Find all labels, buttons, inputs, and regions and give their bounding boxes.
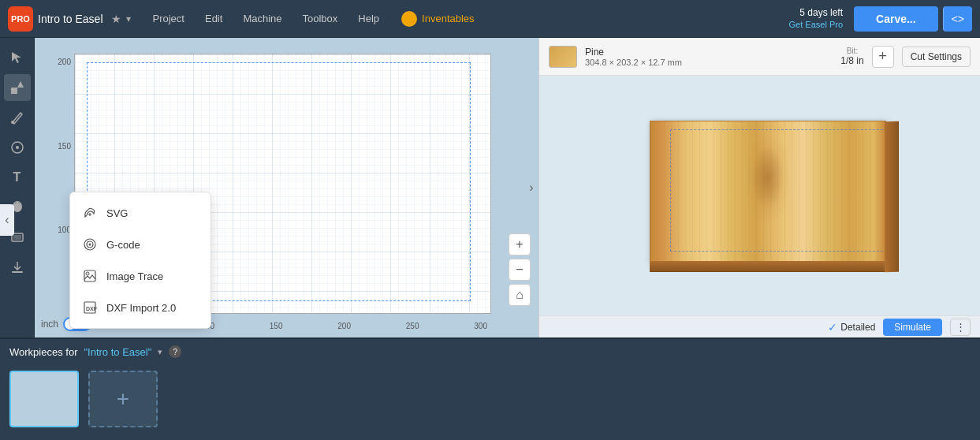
material-info: Pine 304.8 × 203.2 × 12.7 mm	[585, 47, 833, 67]
right-collapse-button[interactable]: ›	[524, 172, 538, 203]
svg-label: SVG	[106, 207, 128, 219]
board-selection-outline	[670, 129, 895, 252]
workpieces-chevron-icon[interactable]: ▾	[158, 347, 162, 357]
x-label-150: 150	[270, 322, 283, 330]
star-icon[interactable]: ★	[111, 13, 121, 25]
workpieces-prefix: Workpieces for	[9, 346, 77, 358]
days-left-info: 5 days left Get Easel Pro	[789, 7, 843, 31]
board-top-face	[650, 121, 886, 263]
image-trace-icon	[81, 267, 99, 285]
image-trace-label: Image Trace	[106, 270, 163, 282]
board-right-face	[885, 121, 899, 272]
left-collapse-icon: ‹	[5, 213, 9, 227]
topbar: PRO Intro to Easel ★ ▾ Project Edit Mach…	[0, 0, 980, 38]
add-bit-button[interactable]: +	[872, 46, 894, 68]
nav-project[interactable]: Project	[143, 8, 194, 29]
workpieces-project-name[interactable]: "Intro to Easel"	[84, 346, 151, 358]
dxf-label: DXF Import 2.0	[106, 302, 176, 314]
board-3d	[634, 121, 886, 286]
zoom-out-button[interactable]: −	[509, 259, 531, 281]
svg-point-6	[16, 146, 19, 149]
inventables-icon	[401, 11, 417, 27]
right-collapse-icon: ›	[529, 181, 533, 195]
svg-rect-8	[17, 201, 18, 203]
material-bar: Pine 304.8 × 203.2 × 12.7 mm Bit: 1/8 in…	[539, 38, 980, 76]
tool-node[interactable]	[4, 134, 31, 161]
import-gcode-item[interactable]: G-code	[70, 229, 211, 260]
svg-icon	[81, 204, 99, 222]
svg-rect-11	[12, 271, 23, 273]
nav-toolbox[interactable]: Toolbox	[293, 8, 348, 29]
workpieces-help-icon[interactable]: ?	[169, 345, 181, 358]
canvas-area: 200 150 100 0 50 100 150 200 250 300 + −…	[35, 38, 538, 337]
board-front-face	[650, 261, 886, 272]
carve-button[interactable]: Carve...	[854, 6, 938, 32]
title-chevron-icon[interactable]: ▾	[126, 13, 131, 24]
y-axis-labels: 200 150 100	[35, 54, 74, 314]
bit-value: 1/8 in	[840, 55, 863, 66]
workpieces-header: Workpieces for "Intro to Easel" ▾ ?	[0, 339, 980, 364]
right-panel: Pine 304.8 × 203.2 × 12.7 mm Bit: 1/8 in…	[538, 38, 980, 337]
gcode-icon	[81, 236, 99, 253]
cut-settings-button[interactable]: Cut Settings	[902, 47, 971, 67]
import-svg-item[interactable]: SVG	[70, 197, 211, 229]
app-title: Intro to Easel	[38, 13, 103, 25]
svg-point-4	[11, 121, 14, 124]
x-label-200: 200	[337, 322, 351, 330]
bottom-bar: ✓ Detailed Simulate ⋮	[539, 315, 980, 337]
bit-label: Bit:	[847, 47, 858, 55]
y-label-150: 150	[58, 142, 74, 151]
svg-rect-15	[84, 270, 95, 282]
tool-select[interactable]	[4, 44, 31, 71]
main-nav: Project Edit Machine Toolbox Help	[143, 8, 389, 29]
days-left-text: 5 days left	[789, 7, 843, 20]
svg-point-14	[89, 244, 91, 246]
workpieces-thumbnails: +	[0, 364, 980, 434]
add-plus-icon: +	[109, 385, 137, 413]
x-label-250: 250	[406, 322, 419, 330]
detailed-check[interactable]: ✓ Detailed	[828, 321, 875, 334]
left-collapse-button[interactable]: ‹	[0, 204, 14, 236]
import-dxf-item[interactable]: DXF DXF Import 2.0	[70, 292, 211, 323]
dxf-icon: DXF	[81, 299, 99, 316]
zoom-controls: + − ⌂	[509, 233, 531, 306]
app-logo: PRO	[8, 6, 33, 32]
main-area: T 200 150 100 0 50 100 1	[0, 38, 980, 337]
nav-machine[interactable]: Machine	[233, 8, 291, 29]
svg-rect-10	[13, 235, 21, 240]
workpiece-thumb-1[interactable]	[9, 371, 79, 427]
more-options-button[interactable]: ⋮	[950, 319, 971, 336]
nav-edit[interactable]: Edit	[196, 8, 232, 29]
y-label-200: 200	[58, 58, 74, 66]
board-grain	[650, 121, 885, 262]
zoom-home-button[interactable]: ⌂	[509, 284, 531, 306]
import-image-trace-item[interactable]: Image Trace	[70, 260, 211, 292]
x-label-300: 300	[474, 322, 487, 330]
tool-text[interactable]: T	[4, 164, 31, 191]
tool-import[interactable]	[4, 254, 31, 281]
material-swatch[interactable]	[549, 46, 577, 68]
zoom-in-button[interactable]: +	[509, 233, 531, 255]
unit-inch-label: inch	[41, 319, 58, 330]
svg-text:DXF: DXF	[86, 306, 97, 311]
svg-rect-2	[11, 88, 17, 94]
material-name: Pine	[585, 47, 833, 58]
svg-marker-0	[404, 14, 414, 21]
embed-button[interactable]: <>	[943, 6, 972, 32]
workpieces-section: Workpieces for "Intro to Easel" ▾ ? +	[0, 337, 980, 440]
inventables-label: Inventables	[422, 13, 475, 24]
simulate-button[interactable]: Simulate	[883, 319, 942, 336]
inventables-button[interactable]: Inventables	[393, 6, 483, 32]
left-toolbar: T	[0, 38, 35, 337]
3d-preview[interactable]	[539, 76, 980, 315]
bit-info: Bit: 1/8 in	[840, 47, 863, 66]
workpiece-add-button[interactable]: +	[88, 371, 158, 427]
nav-help[interactable]: Help	[348, 8, 389, 29]
tool-pen[interactable]	[4, 104, 31, 131]
get-pro-link[interactable]: Get Easel Pro	[789, 19, 843, 30]
svg-point-16	[86, 272, 89, 275]
tool-shapes[interactable]	[4, 74, 31, 101]
detailed-label: Detailed	[840, 322, 875, 333]
check-icon: ✓	[828, 321, 837, 334]
import-menu: SVG G-code Image Trace DXF DXF Import 2.…	[69, 192, 211, 329]
